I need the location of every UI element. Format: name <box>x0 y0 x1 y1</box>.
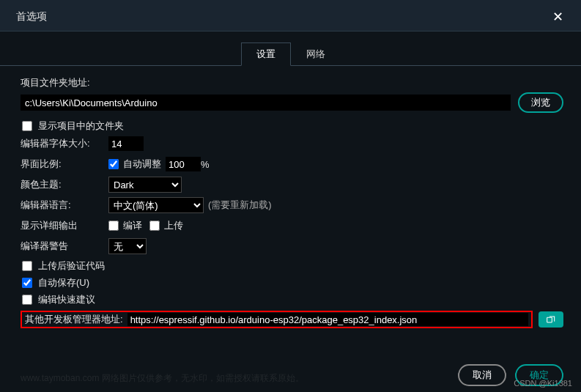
preferences-dialog: 首选项 ✕ 设置 网络 项目文件夹地址: 浏览 显示项目中的文件夹 编辑器字体大… <box>0 0 581 392</box>
warnings-select[interactable]: 无 <box>108 238 147 254</box>
scale-auto-label: 自动调整 <box>123 158 161 171</box>
ghost-watermark: www.taymoban.com 网络图片仅供参考，无水印，如需授权请联系原始。 <box>21 372 304 385</box>
verbose-upload-label: 上传 <box>164 219 183 232</box>
verify-after-upload-label: 上传后验证代码 <box>38 259 105 273</box>
autosave-checkbox[interactable]: 自动保存(U) <box>22 276 89 289</box>
close-icon[interactable]: ✕ <box>548 7 568 26</box>
sketchbook-label: 项目文件夹地址: <box>21 76 563 89</box>
verbose-compile-input[interactable] <box>108 221 119 231</box>
quick-suggest-label: 编辑快速建议 <box>38 293 95 306</box>
quick-suggest-input[interactable] <box>22 295 32 305</box>
tabs: 设置 网络 <box>0 32 581 66</box>
language-select[interactable]: 中文(简体) <box>108 197 204 213</box>
scale-auto-input[interactable] <box>108 159 119 169</box>
show-files-checkbox[interactable]: 显示项目中的文件夹 <box>22 119 124 133</box>
theme-select[interactable]: Dark <box>108 177 182 193</box>
lang-reload-note: (需要重新加载) <box>208 199 272 212</box>
tab-settings[interactable]: 设置 <box>241 42 291 66</box>
show-files-input[interactable] <box>22 121 32 131</box>
font-size-input[interactable] <box>108 136 144 151</box>
verbose-upload-checkbox[interactable]: 上传 <box>149 219 183 232</box>
font-size-label: 编辑器字体大小: <box>21 137 108 150</box>
verbose-compile-checkbox[interactable]: 编译 <box>108 219 142 232</box>
svg-rect-0 <box>547 317 552 322</box>
dialog-title: 首选项 <box>16 10 47 23</box>
scale-value-input[interactable] <box>166 157 201 171</box>
verbose-compile-label: 编译 <box>123 219 142 232</box>
boards-url-input[interactable] <box>127 313 528 326</box>
quick-suggest-checkbox[interactable]: 编辑快速建议 <box>22 293 95 306</box>
scale-unit: % <box>201 159 210 170</box>
warnings-label: 编译器警告 <box>21 240 108 253</box>
theme-label: 颜色主题: <box>21 178 108 191</box>
csdn-watermark: CSDN @Ki1381 <box>514 379 572 388</box>
verbose-label: 显示详细输出 <box>21 219 108 232</box>
verify-after-upload-checkbox[interactable]: 上传后验证代码 <box>22 259 105 273</box>
titlebar: 首选项 ✕ <box>0 0 581 32</box>
show-files-label: 显示项目中的文件夹 <box>38 119 124 133</box>
tab-network[interactable]: 网络 <box>291 42 341 66</box>
browse-button[interactable]: 浏览 <box>518 92 563 113</box>
expand-icon <box>545 314 557 325</box>
boards-url-highlighted: 其他开发板管理器地址: <box>21 311 533 328</box>
expand-urls-button[interactable] <box>539 311 563 328</box>
boards-url-label: 其他开发板管理器地址: <box>23 313 123 326</box>
cancel-button[interactable]: 取消 <box>458 364 506 386</box>
sketchbook-path-input[interactable] <box>21 95 511 111</box>
scale-auto-checkbox[interactable]: 自动调整 <box>108 158 161 171</box>
scale-label: 界面比例: <box>21 158 108 171</box>
settings-panel: 项目文件夹地址: 浏览 显示项目中的文件夹 编辑器字体大小: 界面比例: 自动调… <box>0 66 581 360</box>
lang-label: 编辑器语言: <box>21 199 108 212</box>
autosave-input[interactable] <box>22 278 32 288</box>
autosave-label: 自动保存(U) <box>38 276 89 289</box>
verbose-upload-input[interactable] <box>149 221 160 231</box>
verify-after-upload-input[interactable] <box>22 261 32 271</box>
